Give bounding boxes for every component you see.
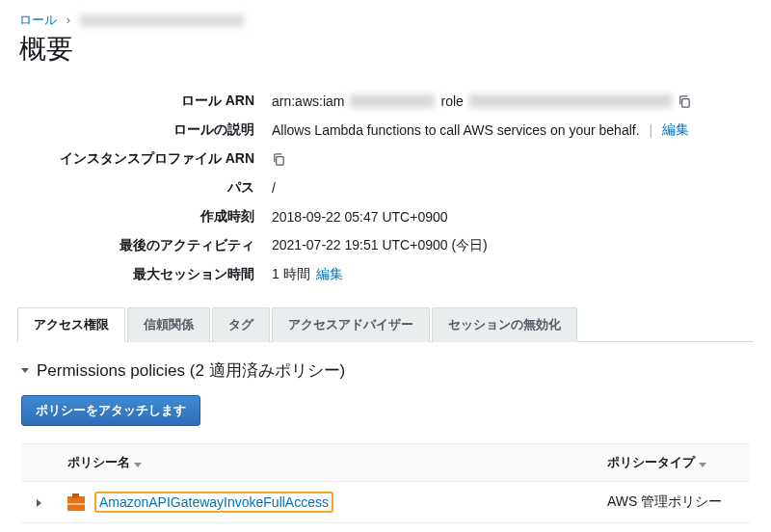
max-session-text: 1 時間 [272, 266, 310, 283]
instance-profile-value [272, 150, 752, 168]
caret-down-icon [21, 368, 29, 373]
max-session-value: 1 時間 編集 [272, 266, 752, 283]
col-expand [21, 444, 56, 482]
tab-tags[interactable]: タグ [212, 307, 270, 342]
instance-profile-label: インスタンスプロファイル ARN [19, 150, 272, 168]
created-label: 作成時刻 [19, 208, 272, 226]
copy-icon[interactable] [272, 152, 286, 167]
policy-type-cell: AWS 管理ポリシー [596, 482, 750, 523]
tab-content-permissions: Permissions policies (2 適用済みポリシー) ポリシーをア… [0, 342, 771, 532]
divider: | [650, 122, 653, 138]
copy-icon[interactable] [678, 94, 692, 109]
breadcrumb: ロール › [0, 0, 771, 31]
path-value: / [272, 179, 752, 197]
col-policy-name-label: ポリシー名 [67, 455, 130, 469]
tab-access-advisor[interactable]: アクセスアドバイザー [272, 307, 430, 342]
svg-rect-0 [682, 98, 690, 106]
last-activity-value: 2021-07-22 19:51 UTC+0900 (今日) [272, 237, 752, 254]
created-value: 2018-09-22 05:47 UTC+0900 [272, 208, 752, 226]
tab-revoke-sessions[interactable]: セッションの無効化 [432, 307, 577, 342]
role-arn-prefix: arn:aws:iam [272, 93, 344, 109]
tab-trust[interactable]: 信頼関係 [127, 307, 210, 342]
table-row: AmazonAPIGatewayInvokeFullAccess AWS 管理ポ… [21, 482, 750, 523]
role-desc-value: Allows Lambda functions to call AWS serv… [272, 121, 752, 139]
role-arn-value: arn:aws:iamrole [272, 93, 752, 110]
sort-icon [699, 456, 706, 470]
col-policy-type-label: ポリシータイプ [607, 455, 695, 469]
permissions-policies-title: Permissions policies (2 適用済みポリシー) [37, 359, 345, 382]
role-arn-middle: role [440, 93, 463, 109]
page-title: 概要 [0, 31, 771, 81]
policy-box-icon [67, 496, 85, 511]
policy-table: ポリシー名 ポリシータイプ AmazonAPIGatewayInvokeFull… [21, 443, 750, 532]
table-row: AWSLambdaBasicExecutionRole AWS 管理ポリシー [21, 523, 750, 533]
col-policy-name[interactable]: ポリシー名 [56, 444, 596, 482]
role-desc-label: ロールの説明 [19, 121, 272, 139]
policy-type-cell: AWS 管理ポリシー [596, 523, 750, 533]
role-arn-label: ロール ARN [19, 93, 272, 110]
col-policy-type[interactable]: ポリシータイプ [596, 444, 750, 482]
max-session-label: 最大セッション時間 [19, 266, 272, 283]
policy-name-link[interactable]: AmazonAPIGatewayInvokeFullAccess [99, 494, 329, 510]
edit-max-session-link[interactable]: 編集 [316, 266, 343, 283]
summary-panel: ロール ARN arn:aws:iamrole ロールの説明 Allows La… [0, 81, 771, 306]
role-arn-redacted-1 [350, 94, 435, 108]
attach-policy-button[interactable]: ポリシーをアタッチします [21, 395, 200, 426]
breadcrumb-current-redacted [80, 14, 244, 27]
tab-permissions[interactable]: アクセス権限 [17, 307, 125, 342]
sort-icon [134, 456, 142, 470]
role-arn-redacted-2 [469, 94, 672, 108]
last-activity-label: 最後のアクティビティ [19, 237, 272, 254]
breadcrumb-separator: › [66, 13, 70, 27]
edit-description-link[interactable]: 編集 [662, 121, 689, 139]
permissions-policies-header[interactable]: Permissions policies (2 適用済みポリシー) [21, 359, 750, 382]
svg-rect-1 [277, 156, 284, 164]
expand-row-icon[interactable] [37, 499, 41, 507]
tabs: アクセス権限 信頼関係 タグ アクセスアドバイザー セッションの無効化 [17, 306, 754, 342]
role-desc-text: Allows Lambda functions to call AWS serv… [272, 122, 640, 138]
breadcrumb-roles-link[interactable]: ロール [19, 13, 57, 27]
highlight-annotation: AmazonAPIGatewayInvokeFullAccess [94, 492, 333, 513]
path-label: パス [19, 179, 272, 197]
